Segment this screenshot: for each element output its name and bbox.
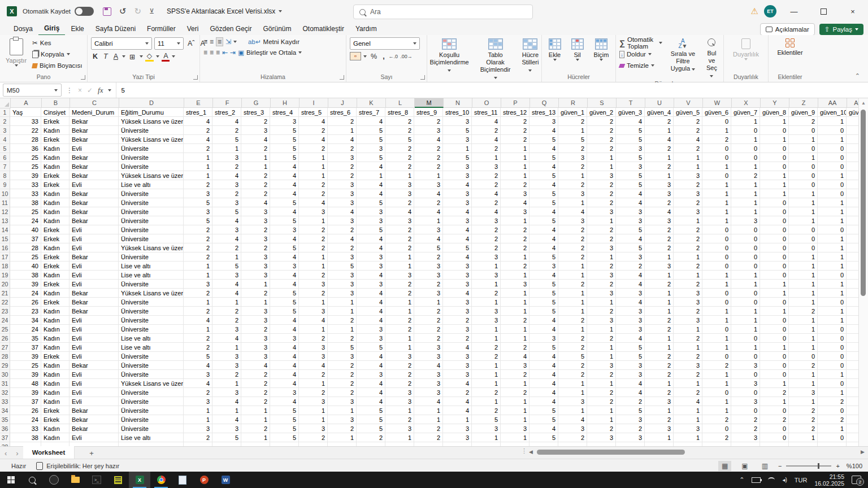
cell-R7[interactable]: 2 (558, 162, 587, 171)
start-button[interactable] (0, 472, 21, 488)
cell-P36[interactable]: 3 (501, 424, 530, 433)
cell-M16[interactable]: 5 (414, 243, 443, 252)
cell-R2[interactable]: 2 (558, 117, 587, 126)
cell-F4[interactable]: 5 (212, 135, 241, 144)
cell-W3[interactable]: 1 (702, 126, 731, 135)
row-header-8[interactable]: 8 (0, 171, 10, 180)
cell-H37[interactable]: 5 (270, 433, 299, 442)
row-header-30[interactable]: 30 (0, 370, 10, 379)
align-right-icon[interactable]: ≡ (216, 49, 220, 56)
cell-U11[interactable]: 2 (645, 198, 674, 207)
cell-J22[interactable]: 1 (328, 298, 357, 307)
clipboard-dialog-launcher[interactable] (81, 75, 85, 80)
cell-S29[interactable]: 3 (587, 361, 616, 370)
cell-Y10[interactable]: 1 (760, 189, 789, 198)
cell-Q34[interactable]: 5 (530, 406, 558, 415)
cell-AB31[interactable] (847, 379, 859, 388)
cell-U12[interactable]: 4 (645, 207, 674, 216)
row-header-23[interactable]: 23 (0, 307, 10, 316)
cell-H22[interactable]: 5 (270, 298, 299, 307)
cell-L10[interactable]: 3 (385, 189, 414, 198)
cell-M9[interactable]: 3 (414, 180, 443, 189)
cell-R16[interactable]: 2 (558, 243, 587, 252)
cell-R17[interactable]: 2 (558, 252, 587, 262)
warning-icon[interactable]: ⚠ (751, 6, 758, 16)
cell-W28[interactable]: 0 (702, 352, 731, 361)
cell-F1[interactable]: stres_2 (212, 108, 241, 117)
cell-A8[interactable]: 39 (10, 171, 41, 180)
cell-R25[interactable]: 1 (558, 325, 587, 334)
column-header-U[interactable]: U (645, 98, 674, 108)
cell-F17[interactable]: 1 (212, 252, 241, 262)
cell-J27[interactable]: 5 (328, 343, 357, 352)
cell-M4[interactable]: 4 (414, 135, 443, 144)
cell-E33[interactable]: 3 (184, 397, 212, 406)
cell-P17[interactable]: 1 (501, 252, 530, 262)
cell-U1[interactable]: güven_4 (645, 108, 674, 117)
cell-T20[interactable]: 4 (616, 280, 645, 289)
cell-I23[interactable]: 3 (299, 307, 328, 316)
cell-U16[interactable]: 2 (645, 243, 674, 252)
cell-X24[interactable]: 1 (731, 316, 760, 325)
cell-G15[interactable]: 3 (241, 234, 270, 243)
cell-Z27[interactable]: 1 (789, 343, 818, 352)
cell-R30[interactable]: 2 (558, 370, 587, 379)
cell-Z38[interactable] (789, 442, 818, 446)
cell-A3[interactable]: 22 (10, 126, 41, 135)
cell-G1[interactable]: stres_3 (241, 108, 270, 117)
copy-button[interactable]: Kopyala (32, 49, 82, 60)
cell-C17[interactable]: Bekar (70, 252, 119, 262)
cell-J13[interactable]: 3 (328, 216, 357, 225)
cell-C30[interactable]: Evli (70, 370, 119, 379)
cell-T12[interactable]: 3 (616, 207, 645, 216)
cell-T16[interactable]: 5 (616, 243, 645, 252)
cell-O3[interactable]: 2 (472, 126, 501, 135)
cell-W29[interactable]: 2 (702, 361, 731, 370)
cell-K33[interactable]: 4 (357, 397, 385, 406)
cell-V3[interactable]: 2 (674, 126, 702, 135)
cell-W25[interactable]: 0 (702, 325, 731, 334)
cell-U27[interactable]: 1 (645, 343, 674, 352)
ribbon-tab-giriş[interactable]: Giriş (38, 22, 65, 36)
cell-P35[interactable]: 1 (501, 415, 530, 424)
cell-N15[interactable]: 4 (443, 234, 472, 243)
cell-Q11[interactable]: 5 (530, 198, 558, 207)
cell-P3[interactable]: 2 (501, 126, 530, 135)
cell-N27[interactable]: 4 (443, 343, 472, 352)
cell-Z10[interactable]: 1 (789, 189, 818, 198)
cell-T30[interactable]: 3 (616, 370, 645, 379)
cell-E28[interactable]: 5 (184, 352, 212, 361)
cell-J38[interactable] (328, 442, 357, 446)
cell-P14[interactable]: 2 (501, 225, 530, 234)
cell-F30[interactable]: 2 (212, 370, 241, 379)
cell-L38[interactable] (385, 442, 414, 446)
cell-P9[interactable]: 2 (501, 180, 530, 189)
cell-B21[interactable]: Kadın (41, 289, 70, 298)
cell-A26[interactable]: 35 (10, 334, 41, 343)
cell-V23[interactable]: 2 (674, 307, 702, 316)
cell-A20[interactable]: 39 (10, 280, 41, 289)
cell-F24[interactable]: 2 (212, 316, 241, 325)
cell-P6[interactable]: 1 (501, 153, 530, 162)
cell-P33[interactable]: 1 (501, 397, 530, 406)
cell-H32[interactable]: 3 (270, 388, 299, 397)
cell-A7[interactable]: 25 (10, 162, 41, 171)
cell-AA27[interactable]: 0 (818, 343, 847, 352)
cell-S18[interactable]: 2 (587, 262, 616, 271)
cell-M28[interactable]: 3 (414, 352, 443, 361)
cell-A38[interactable] (10, 442, 41, 446)
cell-J10[interactable]: 3 (328, 189, 357, 198)
cell-AB15[interactable] (847, 234, 859, 243)
italic-button[interactable]: T (102, 53, 110, 60)
cell-V30[interactable]: 2 (674, 370, 702, 379)
cell-J17[interactable]: 3 (328, 252, 357, 262)
cell-AA35[interactable]: 2 (818, 415, 847, 424)
cell-T34[interactable]: 5 (616, 406, 645, 415)
cell-B24[interactable]: Kadın (41, 316, 70, 325)
cell-AB21[interactable] (847, 289, 859, 298)
cell-N17[interactable]: 4 (443, 252, 472, 262)
cell-E13[interactable]: 5 (184, 216, 212, 225)
cell-J15[interactable]: 4 (328, 234, 357, 243)
cell-S26[interactable]: 2 (587, 334, 616, 343)
cell-U32[interactable]: 2 (645, 388, 674, 397)
